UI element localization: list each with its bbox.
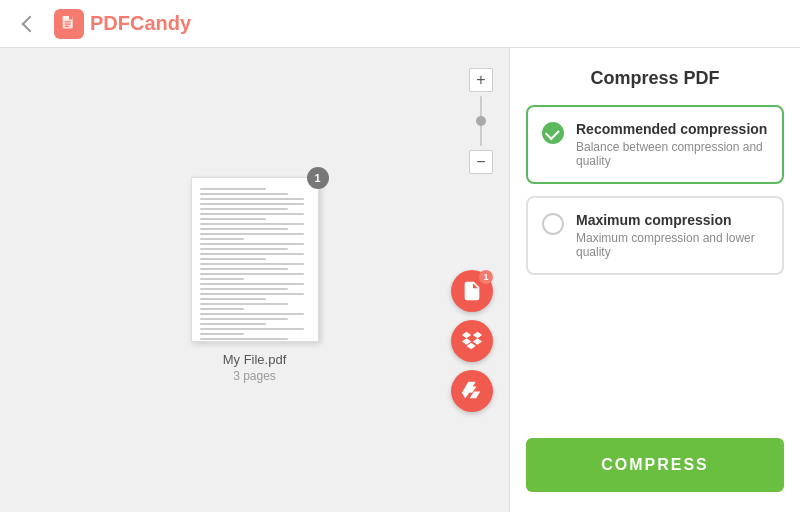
file-name: My File.pdf (223, 352, 287, 367)
dropbox-icon (461, 330, 483, 352)
pdf-line (200, 323, 266, 325)
back-arrow-icon (22, 15, 39, 32)
maximum-text: Maximum compression Maximum compression … (576, 212, 768, 259)
upload-icon (461, 280, 483, 302)
logo-pdf: PDF (90, 12, 130, 34)
pdf-line (200, 228, 288, 230)
compress-button[interactable]: COMPRESS (526, 438, 784, 492)
header: PDFCandy (0, 0, 800, 48)
maximum-radio (542, 213, 564, 235)
main-area: + − 1 (0, 48, 800, 512)
pdf-line (200, 218, 266, 220)
logo-text: PDFCandy (90, 12, 191, 35)
maximum-compression-option[interactable]: Maximum compression Maximum compression … (526, 196, 784, 275)
pdf-line (200, 233, 305, 235)
pdf-line (200, 313, 305, 315)
google-drive-button[interactable] (451, 370, 493, 412)
pdf-line (200, 258, 266, 260)
file-pages: 3 pages (233, 369, 276, 383)
recommended-desc: Balance between compression and quality (576, 140, 768, 168)
pdf-line (200, 203, 305, 205)
zoom-slider-thumb (476, 116, 486, 126)
pdf-line (200, 338, 288, 340)
recommended-title: Recommended compression (576, 121, 768, 137)
right-panel: Compress PDF Recommended compression Bal… (510, 48, 800, 512)
pdf-line (200, 268, 288, 270)
pdf-line (200, 308, 244, 310)
pdf-line (200, 208, 288, 210)
logo-candy: Candy (130, 12, 191, 34)
pdf-line (200, 253, 305, 255)
logo-icon (54, 9, 84, 39)
zoom-slider[interactable] (480, 96, 482, 146)
pdf-content-lines (192, 178, 318, 342)
file-preview-area: 1 (191, 177, 319, 383)
options-area: Recommended compression Balance between … (510, 105, 800, 422)
pdf-line (200, 293, 305, 295)
pdf-line (200, 193, 288, 195)
svg-rect-5 (62, 19, 72, 32)
svg-rect-1 (69, 15, 73, 19)
maximum-title: Maximum compression (576, 212, 768, 228)
zoom-in-button[interactable]: + (469, 68, 493, 92)
zoom-controls: + − (469, 68, 493, 174)
pdf-line (200, 198, 305, 200)
pdf-line (200, 278, 244, 280)
pdf-line (200, 223, 305, 225)
pdf-line (200, 248, 288, 250)
upload-button[interactable]: 1 (451, 270, 493, 312)
pdf-line (200, 298, 266, 300)
pdf-thumbnail (191, 177, 319, 342)
pdf-line (200, 318, 288, 320)
compress-button-area: COMPRESS (510, 422, 800, 512)
pdf-line (200, 263, 305, 265)
recommended-text: Recommended compression Balance between … (576, 121, 768, 168)
logo: PDFCandy (54, 9, 191, 39)
recommended-radio (542, 122, 564, 144)
page-badge: 1 (307, 167, 329, 189)
pdf-line (200, 288, 288, 290)
logo-svg (60, 15, 78, 33)
maximum-desc: Maximum compression and lower quality (576, 231, 768, 259)
back-button[interactable] (16, 10, 44, 38)
pdf-line (200, 238, 244, 240)
pdf-line (200, 328, 305, 330)
pdf-line (200, 213, 305, 215)
pdf-line (200, 243, 305, 245)
pdf-line (200, 283, 305, 285)
panel-title: Compress PDF (510, 48, 800, 105)
action-buttons: 1 (451, 270, 493, 412)
pdf-line (200, 333, 244, 335)
left-panel: + − 1 (0, 48, 510, 512)
upload-badge: 1 (479, 270, 493, 284)
recommended-compression-option[interactable]: Recommended compression Balance between … (526, 105, 784, 184)
dropbox-button[interactable] (451, 320, 493, 362)
pdf-line (200, 188, 266, 190)
google-drive-icon (461, 380, 483, 402)
zoom-out-button[interactable]: − (469, 150, 493, 174)
pdf-line (200, 303, 288, 305)
pdf-line (200, 273, 305, 275)
